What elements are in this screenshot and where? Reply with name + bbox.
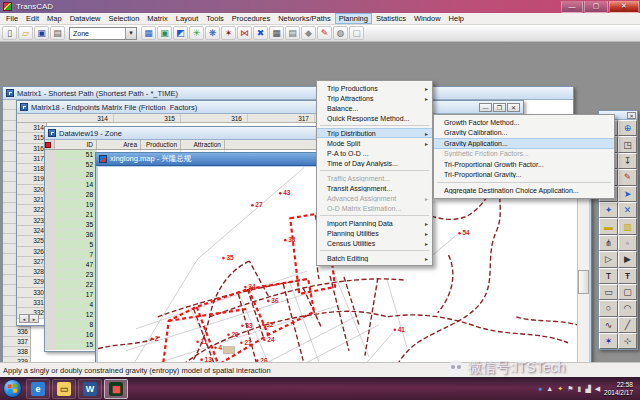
toolbox-button[interactable]: ▭ [599, 284, 618, 300]
menu-item-traffic-assignment[interactable]: Traffic Assignment... [317, 173, 432, 183]
menubar-item-procedures[interactable]: Procedures [228, 13, 274, 24]
cell-id[interactable]: 5 [55, 240, 97, 249]
matrix18-scrollbar[interactable]: ◂ ▸ [19, 314, 39, 323]
record-selector[interactable] [45, 230, 55, 239]
zone-centroid[interactable] [222, 257, 225, 260]
zone-centroid[interactable] [227, 333, 230, 336]
toolbox-button[interactable]: ✕ [618, 202, 637, 218]
network-tool-button[interactable]: ✳ [189, 26, 204, 40]
record-selector[interactable] [45, 170, 55, 179]
taskbar-clock[interactable]: 22:58 2014/2/17 [604, 381, 636, 397]
cell-id[interactable]: 51 [55, 150, 97, 159]
matrix18-column-header[interactable]: 314 [47, 114, 114, 122]
toolbox-button[interactable]: Ŧ [618, 268, 637, 284]
matrix18-title-bar[interactable]: Matrix18 - Endpoints Matrix File (Fricti… [17, 101, 523, 114]
zone-centroid[interactable] [196, 340, 199, 343]
record-selector[interactable] [45, 160, 55, 169]
zone-centroid[interactable] [240, 341, 243, 344]
menubar-item-statistics[interactable]: Statistics [372, 13, 410, 24]
menu-item-aggregate-destination-choice-application[interactable]: Aggregate Destination Choice Application… [434, 185, 614, 196]
menu-item-growth-factor-method[interactable]: Growth Factor Method... [434, 117, 614, 128]
record-selector[interactable] [45, 220, 55, 229]
cell-id[interactable]: 28 [55, 170, 97, 179]
zone-centroid[interactable] [284, 239, 287, 242]
scroll-left-icon[interactable]: ◂ [19, 314, 29, 323]
pin-tool-button[interactable]: ◆ [301, 26, 316, 40]
toolbox-close-icon[interactable]: ✕ [627, 112, 636, 119]
action-center-tray-icon[interactable]: ⚑ [567, 385, 573, 392]
menubar-item-file[interactable]: File [2, 13, 22, 24]
dropdown-arrow-icon[interactable]: ▼ [125, 28, 136, 39]
record-selector[interactable] [45, 150, 55, 159]
toolbox-button[interactable]: ⊕ [618, 120, 637, 136]
menubar-item-networks-paths[interactable]: Networks/Paths [274, 13, 335, 24]
record-selector[interactable] [45, 200, 55, 209]
cell-id[interactable]: 15 [55, 340, 97, 349]
menubar-item-selection[interactable]: Selection [104, 13, 143, 24]
cell-id[interactable]: 35 [55, 220, 97, 229]
matrix18-column-header[interactable]: 315 [114, 114, 181, 122]
toolbox-button[interactable]: ⋔ [599, 235, 618, 251]
record-selector[interactable] [45, 190, 55, 199]
cell-id[interactable]: 23 [55, 270, 97, 279]
toolbox-button[interactable]: ✶ [599, 333, 618, 349]
grid-tool-button[interactable]: ▤ [285, 26, 300, 40]
toolbox-button[interactable]: ✦ [599, 202, 618, 218]
toolbox-button[interactable]: ▢ [618, 284, 637, 300]
menu-item-gravity-application[interactable]: Gravity Application... [434, 138, 614, 149]
menu-item-tri-proportional-gravity[interactable]: Tri-Proportional Gravity... [434, 170, 614, 181]
menu-item-census-utilities[interactable]: Census Utilities▸ [317, 238, 432, 248]
menubar-item-matrix[interactable]: Matrix [143, 13, 171, 24]
record-selector[interactable] [45, 210, 55, 219]
toolbox-button[interactable]: ∘ [618, 235, 637, 251]
cell-id[interactable]: 36 [55, 230, 97, 239]
zone-centroid[interactable] [263, 338, 266, 341]
record-selector[interactable] [45, 330, 55, 339]
cell-id[interactable]: 47 [55, 260, 97, 269]
toolbox-button[interactable]: ◠ [618, 300, 637, 316]
cell-id[interactable]: 8 [55, 320, 97, 329]
matrix18-column-header[interactable]: 317 [248, 114, 315, 122]
menubar-item-layout[interactable]: Layout [172, 13, 203, 24]
menu-item-quick-response-method[interactable]: Quick Response Method... [317, 113, 432, 123]
menu-item-balance[interactable]: Balance... [317, 103, 432, 113]
menu-item-trip-attractions[interactable]: Trip Attractions▸ [317, 93, 432, 103]
taskbar-word-button[interactable]: W [78, 379, 102, 399]
cell-id[interactable]: 28 [55, 190, 97, 199]
cell-id[interactable]: 22 [55, 280, 97, 289]
toolbox-button[interactable]: ◳ [618, 136, 637, 152]
menu-item-time-of-day-analysis[interactable]: Time of Day Analysis... [317, 158, 432, 168]
toolbox-button[interactable]: ▷ [599, 251, 618, 267]
zone-centroid[interactable] [150, 337, 153, 340]
edit-pen-button[interactable]: ✎ [317, 26, 332, 40]
zone-centroid[interactable] [241, 325, 244, 328]
menu-item-synthetic-friction-factors[interactable]: Synthetic Friction Factors... [434, 149, 614, 160]
menubar-item-planning[interactable]: Planning [335, 13, 372, 24]
toolbox-button[interactable]: ∿ [599, 317, 618, 333]
menu-item-o-d-matrix-estimation[interactable]: O-D Matrix Estimation... [317, 203, 432, 213]
table-tool-button[interactable]: ▦ [269, 26, 284, 40]
menu-item-planning-utilities[interactable]: Planning Utilities▸ [317, 228, 432, 238]
print-button[interactable]: ▤ [50, 26, 65, 40]
zone-dropdown[interactable]: Zone ▼ [69, 27, 137, 40]
messenger-tray-icon[interactable]: ● [538, 385, 542, 392]
volume-tray-icon[interactable]: ◀ [595, 385, 600, 392]
menubar-item-tools[interactable]: Tools [202, 13, 228, 24]
taskbar-ie-button[interactable]: e [26, 379, 50, 399]
matrix18-restore-button[interactable]: ❐ [493, 103, 506, 112]
cell-id[interactable]: 52 [55, 160, 97, 169]
zone-centroid[interactable] [458, 232, 461, 235]
taskbar-transcad-button[interactable]: ▦ [104, 379, 128, 399]
menu-item-batch-editing[interactable]: Batch Editing▸ [317, 253, 432, 263]
record-selector[interactable] [45, 310, 55, 319]
toolbox-button[interactable]: ✎ [618, 169, 637, 185]
toolbox-button[interactable]: T [599, 268, 618, 284]
scroll-right-icon[interactable]: ▸ [29, 314, 39, 323]
menubar-item-dataview[interactable]: Dataview [66, 13, 105, 24]
menu-item-import-planning-data[interactable]: Import Planning Data▸ [317, 218, 432, 228]
matrix-tool-button[interactable]: ⋈ [237, 26, 252, 40]
cell-id[interactable]: 7 [55, 250, 97, 259]
zone-centroid[interactable] [214, 346, 217, 349]
toolbox-button[interactable]: ➤ [618, 186, 637, 202]
record-selector[interactable] [45, 320, 55, 329]
